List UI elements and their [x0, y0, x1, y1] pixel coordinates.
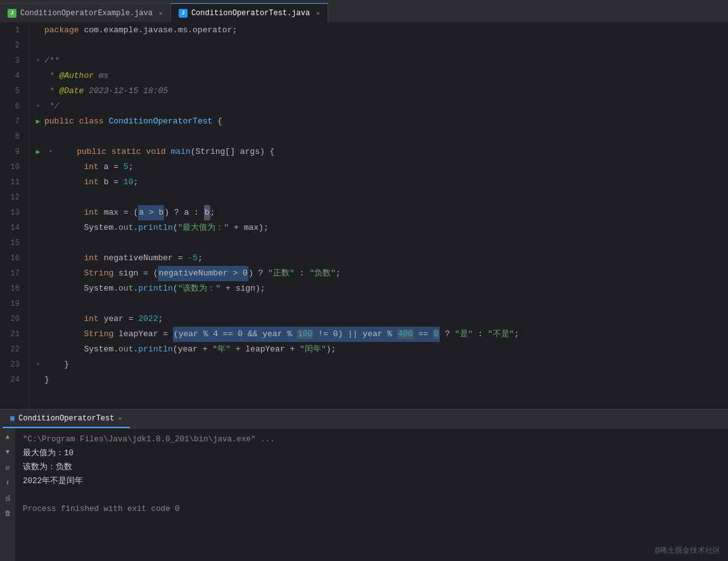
left-icons-panel: ▲ ▼ ⇄ ⬇ 🖨 🗑	[0, 429, 15, 561]
line-num-2: 2	[0, 38, 23, 53]
code-line-9: ▶ ▾ public static void main(String[] arg…	[32, 144, 728, 160]
fold-icon-9[interactable]: ▾	[49, 144, 53, 160]
line-num-19: 19	[0, 296, 23, 312]
terminal-line-5	[23, 488, 720, 502]
gutter-6: ▾	[32, 99, 44, 114]
code-line-15	[32, 236, 728, 251]
line-num-16: 16	[0, 251, 23, 266]
line-num-8: 8	[0, 129, 23, 144]
run-icon-9[interactable]: ▶	[36, 144, 41, 160]
code-line-14: System.out.println("最大值为：" + max);	[32, 220, 728, 236]
tab-label-example: ConditionOperatorExample.java	[20, 9, 153, 18]
line-num-23: 23	[0, 357, 23, 372]
code-line-7: ▶ public class ConditionOperatorTest {	[32, 114, 728, 129]
code-line-1: package com.example.javase.ms.operator;	[32, 23, 728, 38]
line-num-20: 20	[0, 312, 23, 327]
bottom-tab-run[interactable]: ▣ ConditionOperatorTest ✕	[3, 410, 130, 428]
code-line-10: int a = 5;	[32, 160, 728, 175]
code-line-4: * @Author ms	[32, 68, 728, 84]
code-line-5: * @Date 2023-12-15 18:05	[32, 84, 728, 99]
code-line-18: System.out.println("该数为：" + sign);	[32, 281, 728, 296]
line-num-24: 24	[0, 372, 23, 388]
code-line-22: System.out.println(year + "年" + leapYear…	[32, 342, 728, 357]
bottom-panel: ▣ ConditionOperatorTest ✕ ▲ ▼ ⇄ ⬇ 🖨 🗑 "C…	[0, 409, 728, 561]
code-line-3: ▾ /**	[32, 53, 728, 68]
line-num-17: 17	[0, 266, 23, 281]
bottom-tab-bar: ▣ ConditionOperatorTest ✕	[0, 410, 728, 429]
java-file-icon-green: J	[8, 9, 16, 18]
bottom-tab-close[interactable]: ✕	[118, 415, 122, 422]
gutter-3: ▾	[32, 53, 44, 68]
fold-icon-3[interactable]: ▾	[36, 53, 40, 68]
scroll-down-icon[interactable]: ▼	[2, 446, 13, 458]
gutter-9b: ▾	[44, 144, 57, 160]
line-num-9: 9	[0, 144, 23, 160]
terminal-line-4: 2022年不是闰年	[23, 474, 720, 488]
line-num-4: 4	[0, 68, 23, 84]
terminal-line-1: "C:\Program Files\Java\jdk1.8.0_201\bin\…	[23, 432, 720, 446]
line-num-14: 14	[0, 220, 23, 236]
bottom-tab-label: ConditionOperatorTest	[18, 414, 114, 423]
wrap-icon[interactable]: ⇄	[2, 462, 13, 473]
tab-close-example[interactable]: ✕	[159, 9, 163, 17]
code-line-11: int b = 10;	[32, 175, 728, 190]
fold-icon-23[interactable]: ▾	[36, 357, 40, 372]
clear-icon[interactable]: 🗑	[2, 507, 13, 519]
code-line-23: ▾ }	[32, 357, 728, 372]
run-icon-7[interactable]: ▶	[36, 114, 41, 129]
tab-condition-operator-test[interactable]: J ConditionOperatorTest.java ✕	[171, 3, 328, 22]
gutter-9: ▶	[32, 144, 44, 160]
line-num-13: 13	[0, 205, 23, 220]
watermark: @稀土掘金技术社区	[655, 545, 720, 556]
terminal-line-6: Process finished with exit code 0	[23, 502, 720, 516]
code-content: package com.example.javase.ms.operator; …	[29, 23, 728, 409]
line-numbers: 1 2 3 4 5 6 7 8 9 10 11 12 13 14 15 16 1…	[0, 23, 29, 409]
print-icon[interactable]: 🖨	[2, 492, 13, 503]
code-line-16: int negativeNumber = -5;	[32, 251, 728, 266]
line-num-11: 11	[0, 175, 23, 190]
line-num-6: 6	[0, 99, 23, 114]
code-line-17: String sign = (negativeNumber > 0) ? "正数…	[32, 266, 728, 281]
line-num-12: 12	[0, 190, 23, 205]
line-num-10: 10	[0, 160, 23, 175]
bottom-tab-icon: ▣	[10, 413, 15, 423]
code-line-20: int year = 2022;	[32, 312, 728, 327]
line-num-18: 18	[0, 281, 23, 296]
code-line-8	[32, 129, 728, 144]
bottom-content: ▲ ▼ ⇄ ⬇ 🖨 🗑 "C:\Program Files\Java\jdk1.…	[0, 429, 728, 561]
java-file-icon-blue: J	[179, 9, 188, 18]
tab-condition-operator-example[interactable]: J ConditionOperatorExample.java ✕	[0, 3, 171, 22]
terminal-line-3: 该数为：负数	[23, 460, 720, 474]
line-num-1: 1	[0, 23, 23, 38]
tab-close-test[interactable]: ✕	[316, 9, 320, 17]
code-line-21: String leapYear = (year % 4 == 0 && year…	[32, 327, 728, 342]
tab-bar: J ConditionOperatorExample.java ✕ J Cond…	[0, 0, 728, 23]
line-num-15: 15	[0, 236, 23, 251]
line-num-7: 7	[0, 114, 23, 129]
code-line-2	[32, 38, 728, 53]
editor-area: 1 2 3 4 5 6 7 8 9 10 11 12 13 14 15 16 1…	[0, 23, 728, 409]
scroll-up-icon[interactable]: ▲	[2, 431, 13, 443]
pin-icon[interactable]: ⬇	[2, 477, 13, 488]
line-num-3: 3	[0, 53, 23, 68]
code-line-6: ▾ */	[32, 99, 728, 114]
code-line-19	[32, 296, 728, 312]
terminal-line-2: 最大值为：10	[23, 446, 720, 460]
line-num-21: 21	[0, 327, 23, 342]
fold-icon-6[interactable]: ▾	[36, 99, 40, 114]
gutter-23: ▾	[32, 357, 44, 372]
code-line-13: int max = (a > b) ? a : b;	[32, 205, 728, 220]
terminal-output: "C:\Program Files\Java\jdk1.8.0_201\bin\…	[15, 429, 728, 561]
tab-label-test: ConditionOperatorTest.java	[191, 9, 310, 18]
line-num-5: 5	[0, 84, 23, 99]
code-line-12	[32, 190, 728, 205]
line-num-22: 22	[0, 342, 23, 357]
gutter-7: ▶	[32, 114, 44, 129]
code-line-24: }	[32, 372, 728, 388]
